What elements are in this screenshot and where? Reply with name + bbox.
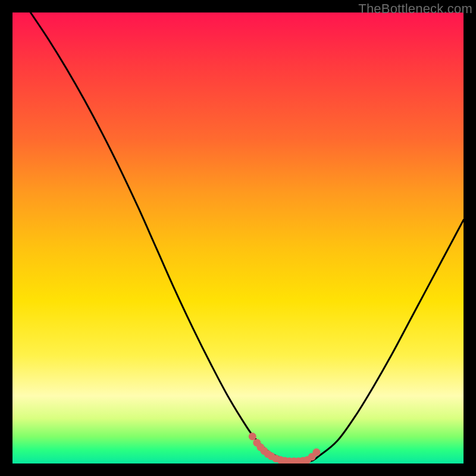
marker-dot (249, 433, 256, 440)
chart-frame: TheBottleneck.com (0, 0, 476, 476)
chart-svg (12, 12, 464, 464)
main-curve (30, 12, 464, 462)
marker-dot (312, 449, 320, 456)
watermark-text: TheBottleneck.com (358, 1, 472, 17)
marker-group (249, 433, 321, 464)
plot-outer (12, 12, 464, 464)
